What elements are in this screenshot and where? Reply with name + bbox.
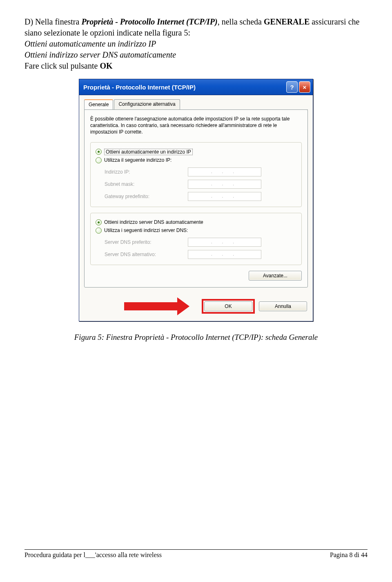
label-dns-alt: Server DNS alternativo: xyxy=(105,252,182,257)
tab-panel-generale: È possibile ottenere l'assegnazione auto… xyxy=(84,109,308,288)
ip-group: Ottieni automaticamente un indirizzo IP … xyxy=(90,142,302,207)
ok-ref: OK xyxy=(100,61,112,70)
radio-dns-auto[interactable]: Ottieni indirizzo server DNS automaticam… xyxy=(96,219,296,225)
option1-ref: Ottieni automaticamente un indirizzo IP xyxy=(24,39,156,48)
dns-group: Ottieni indirizzo server DNS automaticam… xyxy=(90,213,302,265)
cancel-button[interactable]: Annulla xyxy=(259,301,307,311)
option2-ref: Ottieni indirizzo server DNS automaticam… xyxy=(24,50,176,59)
radio-ip-auto[interactable]: Ottieni automaticamente un indirizzo IP xyxy=(96,149,296,155)
radio-ip-manual-label: Utilizza il seguente indirizzo IP: xyxy=(104,157,172,163)
dialog-title: Proprietà - Protocollo Internet (TCP/IP) xyxy=(83,84,285,91)
description-text: È possibile ottenere l'assegnazione auto… xyxy=(90,116,302,136)
radio-icon xyxy=(96,149,102,155)
highlight-arrow-icon xyxy=(124,297,189,315)
radio-icon xyxy=(96,157,102,163)
radio-icon xyxy=(96,227,102,234)
input-subnet[interactable]: . . . xyxy=(188,180,261,189)
input-dns-alt[interactable]: . . . xyxy=(188,250,261,259)
footer-right: Pagina 8 di 44 xyxy=(330,551,368,559)
footer-divider xyxy=(24,549,368,550)
input-gateway[interactable]: . . . xyxy=(188,192,261,201)
page-footer: Procedura guidata per l___'accesso alla … xyxy=(24,551,368,559)
close-button[interactable]: × xyxy=(299,81,310,93)
advanced-button[interactable]: Avanzate... xyxy=(249,271,302,281)
ok-button[interactable]: OK xyxy=(204,301,252,311)
label-ip: Indirizzo IP: xyxy=(105,169,182,175)
tcpip-properties-dialog: Proprietà - Protocollo Internet (TCP/IP)… xyxy=(79,79,313,321)
input-dns-pref[interactable]: . . . xyxy=(188,238,261,247)
figure-caption: Figura 5: Finestra Proprietà - Protocoll… xyxy=(24,333,368,342)
titlebar[interactable]: Proprietà - Protocollo Internet (TCP/IP)… xyxy=(79,79,313,95)
tab-name-ref: GENERALE xyxy=(264,17,310,26)
help-button[interactable]: ? xyxy=(286,81,298,93)
tab-config-alternativa[interactable]: Configurazione alternativa xyxy=(114,99,180,109)
radio-dns-auto-label: Ottieni indirizzo server DNS automaticam… xyxy=(104,219,203,225)
radio-ip-auto-label: Ottieni automaticamente un indirizzo IP xyxy=(104,149,193,155)
footer-left: Procedura guidata per l___'accesso alla … xyxy=(24,551,162,559)
label-subnet: Subnet mask: xyxy=(105,181,182,187)
instruction-text: D) Nella finestra Proprietà - Protocollo… xyxy=(24,16,368,71)
input-ip[interactable]: . . . xyxy=(188,167,261,176)
label-dns-pref: Server DNS preferito: xyxy=(105,239,182,245)
label-gateway: Gateway predefinito: xyxy=(105,194,182,199)
ok-highlight-box: OK xyxy=(202,299,255,314)
radio-dns-manual[interactable]: Utilizza i seguenti indirizzi server DNS… xyxy=(96,227,296,234)
tab-generale[interactable]: Generale xyxy=(84,99,113,109)
radio-ip-manual[interactable]: Utilizza il seguente indirizzo IP: xyxy=(96,157,296,163)
radio-dns-manual-label: Utilizza i seguenti indirizzi server DNS… xyxy=(104,227,188,233)
tab-strip: Generale Configurazione alternativa xyxy=(84,99,308,110)
window-name-ref: Proprietà - Protocollo Internet (TCP/IP) xyxy=(81,17,217,26)
radio-icon xyxy=(96,219,102,225)
